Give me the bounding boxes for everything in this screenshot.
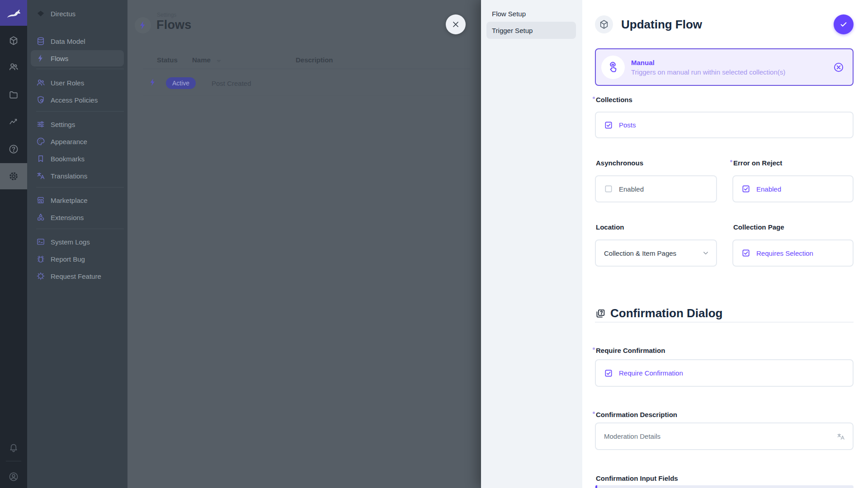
module-content[interactable]	[0, 28, 27, 54]
sidebar-item-marketplace[interactable]: Marketplace	[31, 192, 124, 208]
collections-option-posts[interactable]: Posts	[619, 121, 636, 129]
module-users[interactable]	[0, 54, 27, 80]
flows-title-icon-circle	[135, 17, 151, 33]
module-help[interactable]	[0, 136, 27, 162]
chevron-down-icon	[702, 249, 710, 257]
avatar-icon	[8, 471, 19, 482]
drawer-title: Updating Flow	[621, 18, 702, 32]
terminal-icon	[36, 237, 45, 246]
directus-logo[interactable]	[0, 0, 27, 26]
collection-page-field[interactable]: Requires Selection	[732, 239, 854, 267]
confirmation-description-input[interactable]: Moderation Details	[595, 422, 854, 450]
sidebar-item-access-policies[interactable]: Access Policies	[31, 92, 124, 108]
column-header-name[interactable]: Name	[192, 56, 211, 64]
sidebar-item-extensions[interactable]: Extensions	[31, 209, 124, 225]
collection-page-option[interactable]: Requires Selection	[756, 249, 813, 257]
sidebar-item-bookmarks[interactable]: Bookmarks	[31, 150, 124, 167]
module-insights[interactable]	[0, 108, 27, 135]
sidebar-divider	[36, 187, 124, 188]
asynchronous-field[interactable]: Enabled	[595, 175, 717, 202]
directus-rabbit-icon	[6, 7, 21, 19]
field-label-confirmation-description: Confirmation Description	[596, 411, 677, 418]
field-label-collection-page: Collection Page	[733, 223, 784, 231]
sidebar-item-translations[interactable]: Translations	[31, 168, 124, 184]
asynchronous-option-enabled[interactable]: Enabled	[619, 185, 644, 193]
drawer-nav: Flow Setup Trigger Setup	[481, 0, 582, 488]
database-icon	[36, 37, 45, 46]
sidebar-item-label: Extensions	[51, 214, 84, 221]
palette-icon	[36, 137, 45, 146]
checkbox-checked-icon[interactable]	[604, 369, 613, 378]
column-header-description[interactable]: Description	[296, 56, 333, 64]
field-label-location: Location	[596, 223, 624, 231]
section-title: Confirmation Dialog	[610, 306, 722, 320]
require-confirmation-option[interactable]: Require Confirmation	[619, 369, 683, 377]
notifications-button[interactable]	[0, 434, 27, 460]
diamond-icon	[36, 9, 45, 18]
bug-icon	[36, 254, 45, 263]
cube-icon	[595, 15, 613, 33]
required-dot	[593, 347, 595, 350]
collections-field[interactable]: Posts	[595, 112, 854, 138]
confirmation-description-value: Moderation Details	[604, 432, 830, 440]
trigger-card-manual[interactable]: Manual Triggers on manual run within sel…	[595, 48, 854, 86]
nav-sidebar: Directus Data Model Flows User Roles Ac	[27, 0, 127, 488]
project-header[interactable]: Directus	[27, 4, 127, 23]
close-icon	[451, 20, 460, 29]
table-row-name[interactable]: Post Created	[212, 80, 251, 87]
sidebar-item-flows[interactable]: Flows	[31, 50, 124, 66]
tune-icon	[36, 120, 45, 129]
translate-icon	[36, 171, 45, 180]
drawer-content: Updating Flow Manual Triggers on manual …	[582, 0, 868, 488]
sidebar-item-data-model[interactable]: Data Model	[31, 33, 124, 49]
checkbox-unchecked-icon[interactable]	[604, 184, 613, 193]
users-icon	[9, 62, 19, 72]
drawer-nav-flow-setup[interactable]: Flow Setup	[486, 5, 576, 22]
sidebar-item-label: Appearance	[51, 138, 87, 145]
location-selected-value: Collection & Item Pages	[604, 249, 696, 257]
field-label-error-on-reject: Error on Reject	[733, 159, 782, 167]
sidebar-item-label: Report Bug	[51, 255, 85, 263]
require-confirmation-field[interactable]: Require Confirmation	[595, 359, 854, 387]
sidebar-item-appearance[interactable]: Appearance	[31, 133, 124, 150]
confirmation-input-fields-list[interactable]	[595, 485, 854, 488]
field-label-asynchronous: Asynchronous	[596, 159, 643, 167]
close-drawer-button[interactable]	[446, 14, 466, 34]
sidebar-item-user-roles[interactable]: User Roles	[31, 75, 124, 91]
cube-icon	[9, 36, 19, 46]
error-on-reject-option-enabled[interactable]: Enabled	[756, 185, 781, 193]
table-row-divider	[143, 95, 470, 96]
sort-icon[interactable]	[216, 58, 222, 64]
flow-drawer: Flow Setup Trigger Setup Updating Flow	[481, 0, 868, 488]
cancel-circle-icon[interactable]	[833, 61, 844, 73]
folder-icon	[9, 90, 19, 100]
required-dot	[730, 160, 732, 162]
sidebar-item-system-logs[interactable]: System Logs	[31, 234, 124, 250]
user-menu-button[interactable]	[0, 464, 27, 488]
checkbox-checked-icon[interactable]	[741, 249, 750, 258]
sidebar-item-label: Request Feature	[51, 272, 101, 280]
checkbox-checked-icon[interactable]	[604, 121, 613, 130]
sidebar-item-label: Marketplace	[51, 197, 88, 204]
drawer-nav-trigger-setup[interactable]: Trigger Setup	[486, 22, 576, 39]
column-header-status[interactable]: Status	[157, 56, 178, 64]
location-select[interactable]: Collection & Item Pages	[595, 239, 717, 267]
module-files[interactable]	[0, 82, 27, 108]
bolt-icon	[138, 20, 148, 30]
trigger-card-subtitle: Triggers on manual run within selected c…	[631, 68, 833, 76]
breadcrumb[interactable]: Settings	[157, 12, 176, 18]
status-badge[interactable]: Active	[166, 77, 196, 89]
table-header-divider	[143, 69, 470, 69]
save-button[interactable]	[834, 14, 854, 34]
module-settings[interactable]	[0, 163, 27, 189]
project-name: Directus	[51, 10, 75, 18]
error-on-reject-field[interactable]: Enabled	[732, 175, 854, 202]
checkbox-checked-icon[interactable]	[741, 184, 750, 193]
feature-icon	[36, 272, 45, 281]
sidebar-item-request-feature[interactable]: Request Feature	[31, 268, 124, 284]
chart-icon	[9, 117, 19, 127]
sidebar-item-settings[interactable]: Settings	[31, 116, 124, 132]
translate-icon[interactable]	[836, 432, 845, 441]
sidebar-item-report-bug[interactable]: Report Bug	[31, 251, 124, 267]
main-content: Settings Flows Status Name Description A…	[127, 0, 481, 488]
